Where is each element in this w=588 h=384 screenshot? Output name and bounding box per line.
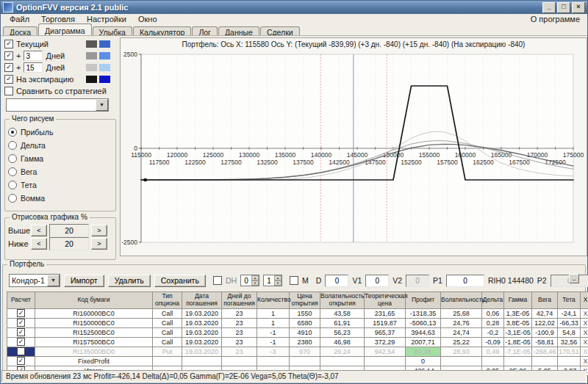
row-close-button[interactable]: X	[581, 318, 588, 327]
draw-option-row: Вега	[8, 165, 112, 178]
minimize-button[interactable]: _	[542, 2, 556, 13]
svg-text:162500: 162500	[473, 159, 494, 166]
dh-spinner-2-value[interactable]	[264, 275, 274, 286]
column-header: Тета	[558, 292, 581, 309]
render-above-row: Выше < >	[8, 224, 112, 237]
column-header: Код бумаги	[35, 292, 153, 309]
draw-option-radio[interactable]	[8, 128, 17, 137]
position-cell: 43,58	[320, 308, 365, 318]
draw-option-radio[interactable]	[8, 154, 17, 163]
expiration-checkbox[interactable]: ✓	[4, 75, 13, 84]
menu-about[interactable]: О программе	[526, 15, 584, 23]
above-increase-button[interactable]: >	[91, 225, 107, 236]
menu-item[interactable]: Файл	[4, 15, 35, 23]
draw-option-row: Дельта	[8, 139, 112, 152]
row-calc-checkbox[interactable]: ✓	[17, 357, 25, 365]
menu-item[interactable]: Настройки	[81, 15, 132, 23]
above-label: Выше	[8, 226, 29, 235]
dh-checkbox[interactable]	[213, 276, 222, 285]
position-cell: -0,09	[482, 337, 504, 347]
plus15-color-swatch-2	[99, 64, 110, 71]
dh-spinner-1-value[interactable]	[241, 275, 251, 286]
position-row: ✓FixedProfit0X	[7, 356, 588, 366]
position-cell: 19.03.2020	[182, 318, 222, 327]
current-color-swatch-1	[86, 40, 97, 48]
chevron-down-icon[interactable]: ▼	[47, 275, 60, 286]
position-cell: 0,28	[482, 318, 504, 327]
row-close-button[interactable]: X	[581, 327, 588, 337]
position-cell: 965,37	[365, 327, 406, 337]
position-cell: 0,49	[482, 347, 504, 356]
v1-input[interactable]	[365, 275, 389, 287]
position-row: ✓RI157500BC0Call19.03.202023-1238046,983…	[7, 337, 588, 347]
plus3-checkbox[interactable]: ✓	[4, 51, 13, 60]
row-close-button[interactable]: X	[581, 337, 588, 347]
m-checkbox[interactable]	[290, 276, 298, 285]
menu-item[interactable]: Окно	[132, 15, 163, 23]
spinner-arrows-icon[interactable]	[251, 275, 259, 286]
plus15-days-input[interactable]	[24, 62, 43, 73]
row-close-button[interactable]: X	[581, 308, 588, 318]
v2-input[interactable]	[406, 275, 429, 287]
d-input[interactable]	[325, 275, 348, 287]
position-cell: 46,98	[320, 337, 365, 347]
positions-head-row: РасчетКод бумагиТипопционаДатапогашенияД…	[7, 292, 588, 309]
position-cell: Call	[153, 318, 182, 327]
days-unit-label: Дней	[46, 63, 65, 72]
portfolio-select[interactable]: Кондор-1 ▼	[9, 274, 60, 287]
above-percent-input[interactable]	[49, 224, 89, 237]
expiration-label: На экспирацию	[16, 75, 74, 84]
below-percent-input[interactable]	[49, 237, 89, 250]
v1-label: V1	[352, 276, 362, 285]
position-cell: -100,9	[532, 327, 558, 337]
compare-strategy-checkbox[interactable]	[4, 87, 13, 95]
dh-spinner-1[interactable]	[240, 275, 259, 286]
row-calc-checkbox[interactable]: ✓	[17, 319, 25, 327]
position-cell: 231,65	[365, 308, 406, 318]
dh-spinner-2[interactable]	[263, 275, 282, 286]
position-cell: 1	[257, 308, 290, 318]
save-button[interactable]: Сохранить	[154, 275, 206, 287]
close-button[interactable]: ×	[572, 2, 585, 13]
position-cell	[558, 356, 581, 366]
draw-option-radio[interactable]	[8, 167, 17, 176]
p1-input[interactable]	[446, 275, 484, 287]
row-calc-checkbox[interactable]: ✓	[17, 338, 25, 346]
below-decrease-button[interactable]: <	[31, 238, 47, 250]
delete-button[interactable]: Удалить	[108, 275, 151, 287]
draw-option-radio[interactable]	[8, 181, 17, 189]
instrument-label: RIH0 144480	[488, 276, 534, 285]
dh-label: DH	[226, 276, 237, 285]
app-icon	[3, 2, 13, 12]
collapse-button[interactable]: _	[569, 274, 579, 283]
chevron-down-icon[interactable]: ▼	[96, 99, 108, 111]
maximize-button[interactable]: □	[557, 2, 570, 13]
plus15-checkbox[interactable]: ✓	[4, 63, 13, 72]
above-decrease-button[interactable]: <	[31, 225, 47, 236]
row-calc-checkbox[interactable]: ✓	[17, 328, 25, 336]
draw-option-radio[interactable]	[8, 141, 17, 150]
row-calc-checkbox[interactable]	[17, 347, 25, 355]
import-button[interactable]: Импорт	[64, 275, 104, 287]
series-row-plus3: ✓ + Дней	[4, 50, 116, 62]
profit-chart[interactable]: 25000-2500115000120000125000130000135000…	[122, 50, 585, 253]
below-increase-button[interactable]: >	[91, 238, 107, 250]
row-close-button[interactable]: X	[581, 347, 588, 356]
column-header: Волатильность	[441, 292, 482, 309]
plus-sign: +	[16, 63, 21, 72]
current-checkbox[interactable]: ✓	[4, 40, 13, 48]
draw-option-radio[interactable]	[8, 194, 17, 203]
plus3-days-input[interactable]	[24, 51, 43, 61]
menu-item[interactable]: Торговля	[35, 15, 81, 23]
position-cell: 942,54	[365, 347, 406, 356]
svg-text:-2500: -2500	[122, 239, 137, 246]
position-cell: -1	[257, 337, 290, 347]
render-group-title: Отрисовка графика %	[10, 213, 90, 221]
strategy-select[interactable]: ▼	[6, 98, 109, 112]
tab-strip: ДоскаДиаграммаУлыбкаКалькуляторЛогДанные…	[1, 23, 587, 35]
plus-sign: +	[16, 51, 21, 60]
row-close-button[interactable]: X	[581, 356, 588, 366]
row-calc-checkbox[interactable]: ✓	[17, 309, 25, 317]
svg-text:115000: 115000	[131, 151, 151, 159]
spinner-arrows-icon[interactable]	[274, 275, 282, 286]
